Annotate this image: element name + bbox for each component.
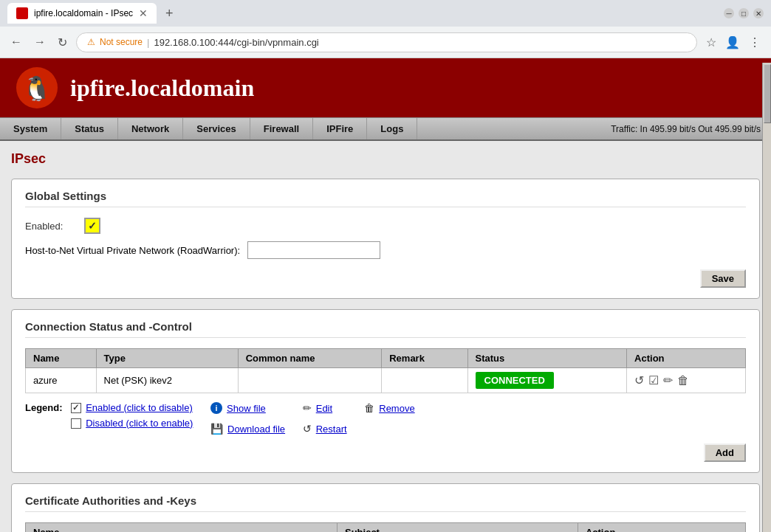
legend-showfile-link[interactable]: Show file	[227, 403, 266, 414]
table-row: azure Net (PSK) ikev2 CONNECTED ↺ ☑	[26, 368, 746, 393]
tab-title: ipfire.localdomain - IPsec	[34, 8, 133, 18]
legend-restart-link[interactable]: Restart	[316, 424, 347, 435]
tab-favicon	[16, 7, 28, 19]
traffic-info: Traffic: In 495.99 bit/s Out 495.99 bit/…	[600, 119, 771, 139]
status-badge: CONNECTED	[476, 372, 554, 389]
security-warning-text: Not secure	[100, 37, 143, 47]
address-text: 192.168.0.100:444/cgi-bin/vpnmain.cgi	[154, 37, 318, 48]
row-common-name	[238, 368, 382, 393]
certificate-title: Certificate Authorities and -Keys	[25, 494, 746, 512]
tab-close-button[interactable]: ✕	[139, 7, 148, 19]
row-actions: ↺ ☑ ✏ 🗑	[627, 368, 746, 393]
site-title: ipfire.localdomain	[70, 75, 254, 102]
global-settings-section: Global Settings Enabled: Host-to-Net Vir…	[11, 179, 760, 299]
ca-col-name: Name	[26, 523, 337, 533]
enabled-checkbox[interactable]	[84, 218, 100, 234]
col-action: Action	[627, 349, 746, 368]
col-type: Type	[96, 349, 238, 368]
row-status: CONNECTED	[467, 368, 627, 393]
legend-remove-row: 🗑 Remove	[364, 402, 414, 414]
connection-status-title: Connection Status and -Control	[25, 320, 746, 338]
add-button[interactable]: Add	[704, 443, 746, 462]
global-settings-title: Global Settings	[25, 190, 746, 207]
address-separator: |	[147, 37, 149, 48]
new-tab-button[interactable]: +	[160, 4, 179, 23]
legend-edit-row: ✏ Edit	[303, 402, 347, 414]
legend-downloadfile-link[interactable]: Download file	[227, 424, 285, 435]
row-name: azure	[26, 368, 97, 393]
connection-status-section: Connection Status and -Control Name Type…	[11, 309, 760, 473]
restart-icon: ↺	[303, 423, 312, 435]
address-bar: ← → ↻ ⚠ Not secure | 192.168.0.100:444/c…	[0, 27, 771, 58]
maximize-button[interactable]: □	[739, 8, 749, 18]
security-warning-icon: ⚠	[87, 37, 95, 47]
nav-network[interactable]: Network	[118, 118, 183, 139]
roadwarrior-input[interactable]	[247, 241, 380, 259]
remove-action-button[interactable]: 🗑	[677, 374, 689, 387]
certificate-section: Certificate Authorities and -Keys Name S…	[11, 483, 760, 532]
info-icon: i	[210, 402, 222, 414]
col-name: Name	[26, 349, 97, 368]
col-common-name: Common name	[238, 349, 382, 368]
edit-action-button[interactable]: ✏	[663, 373, 673, 387]
roadwarrior-label: Host-to-Net Virtual Private Network (Roa…	[25, 245, 240, 256]
legend-disabled-checkbox	[71, 418, 81, 429]
legend-disabled-link[interactable]: Disabled (click to enable)	[86, 418, 193, 429]
enable-action-button[interactable]: ☑	[648, 373, 659, 387]
menu-button[interactable]: ⋮	[746, 32, 764, 52]
forward-button[interactable]: →	[31, 32, 49, 52]
legend-restart-row: ↺ Restart	[303, 423, 347, 435]
download-icon: 💾	[210, 423, 223, 435]
legend-enabled-link[interactable]: Enabled (click to disable)	[86, 402, 193, 413]
save-button[interactable]: Save	[700, 269, 746, 288]
address-input[interactable]: ⚠ Not secure | 192.168.0.100:444/cgi-bin…	[76, 32, 697, 52]
row-remark	[382, 368, 467, 393]
legend-downloadfile-row: 💾 Download file	[210, 423, 285, 435]
certificate-table: Name Subject Action Root Certificate: No…	[25, 522, 746, 532]
legend-enabled-checkbox: ✓	[71, 403, 81, 413]
site-logo: 🐧	[15, 66, 59, 110]
nav-ipfire[interactable]: IPFire	[313, 118, 367, 139]
pencil-icon: ✏	[303, 402, 312, 414]
remove-icon: 🗑	[364, 402, 374, 414]
refresh-button[interactable]: ↻	[55, 32, 70, 52]
restart-action-button[interactable]: ↺	[634, 373, 644, 387]
close-button[interactable]: ✕	[753, 8, 764, 18]
legend-label: Legend:	[25, 402, 63, 413]
nav-status[interactable]: Status	[61, 118, 118, 139]
connection-table: Name Type Common name Remark Status Acti…	[25, 348, 746, 393]
nav-system[interactable]: System	[0, 118, 61, 139]
legend-enabled-row: ✓ Enabled (click to disable)	[71, 402, 193, 413]
nav-firewall[interactable]: Firewall	[250, 118, 313, 139]
bookmark-button[interactable]: ☆	[703, 32, 719, 52]
nav-services[interactable]: Services	[183, 118, 250, 139]
col-status: Status	[467, 349, 627, 368]
page-title: IPsec	[11, 148, 760, 170]
legend-disabled-row: Disabled (click to enable)	[71, 418, 193, 429]
enabled-label: Enabled:	[25, 221, 84, 232]
scroll-thumb[interactable]	[764, 64, 771, 123]
browser-tab[interactable]: ipfire.localdomain - IPsec ✕	[7, 3, 157, 24]
minimize-button[interactable]: ─	[724, 8, 734, 18]
nav-logs[interactable]: Logs	[367, 118, 417, 139]
svg-text:🐧: 🐧	[22, 75, 52, 103]
col-remark: Remark	[382, 349, 467, 368]
back-button[interactable]: ←	[7, 32, 25, 52]
row-type: Net (PSK) ikev2	[96, 368, 238, 393]
legend-edit-link[interactable]: Edit	[316, 403, 332, 414]
ca-col-subject: Subject	[337, 523, 578, 533]
scrollbar[interactable]	[762, 63, 771, 532]
legend-showfile-row: i Show file	[210, 402, 285, 414]
account-button[interactable]: 👤	[722, 32, 743, 52]
ca-col-action: Action	[578, 523, 745, 533]
legend-remove-link[interactable]: Remove	[379, 403, 414, 414]
site-header: 🐧 ipfire.localdomain	[0, 58, 771, 117]
navigation-bar: System Status Network Services Firewall …	[0, 117, 771, 141]
